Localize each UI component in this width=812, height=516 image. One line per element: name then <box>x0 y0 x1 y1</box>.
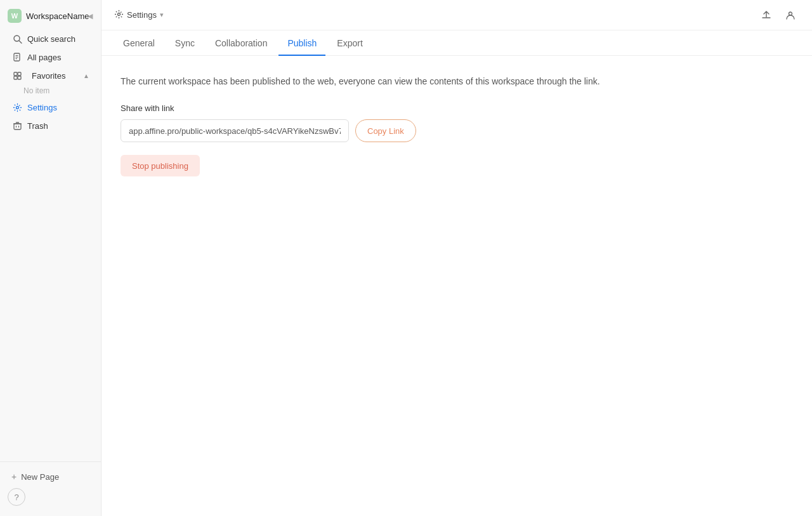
new-page-label: New Page <box>21 472 59 482</box>
share-link-input[interactable] <box>121 119 349 142</box>
topbar-right <box>757 6 799 24</box>
svg-point-17 <box>789 12 792 15</box>
plus-icon: + <box>11 472 16 482</box>
favorites-no-item: No item <box>0 85 101 98</box>
sidebar-item-quick-search[interactable]: Quick search <box>4 30 97 48</box>
svg-rect-7 <box>18 72 21 76</box>
settings-label: Settings <box>27 103 57 112</box>
svg-line-1 <box>19 41 22 43</box>
svg-point-10 <box>16 106 18 109</box>
publish-content: The current workspace has been published… <box>102 56 812 516</box>
favorites-chevron-icon: ▲ <box>83 72 89 79</box>
workspace-name: WorkspaceName <box>26 11 93 21</box>
settings-gear-button[interactable]: Settings ▾ <box>114 10 164 21</box>
user-avatar-button[interactable] <box>782 6 799 24</box>
new-page-button[interactable]: + New Page <box>4 468 97 486</box>
tab-collaboration[interactable]: Collaboration <box>206 30 277 56</box>
tab-export[interactable]: Export <box>328 30 371 56</box>
copy-link-button[interactable]: Copy Link <box>355 119 416 142</box>
sidebar-nav: Quick search All pages <box>0 27 101 461</box>
sidebar: W WorkspaceName ◀ Quick search <box>0 0 102 516</box>
tabs-bar: General Sync Collaboration Publish Expor… <box>102 30 812 56</box>
all-pages-label: All pages <box>27 53 61 62</box>
help-button[interactable]: ? <box>8 488 25 506</box>
settings-icon <box>11 102 23 113</box>
sidebar-item-settings[interactable]: Settings <box>4 98 97 116</box>
sidebar-item-all-pages[interactable]: All pages <box>4 48 97 66</box>
gear-icon <box>114 10 124 21</box>
main-content: Settings ▾ General Sync Collaboration <box>102 0 812 516</box>
svg-rect-11 <box>14 124 21 129</box>
workspace-header[interactable]: W WorkspaceName ◀ <box>0 5 101 27</box>
pages-icon <box>11 51 23 63</box>
tab-general[interactable]: General <box>114 30 164 56</box>
topbar-settings-label: Settings <box>127 10 157 20</box>
favorites-left: Favorites <box>11 70 65 81</box>
topbar-left: Settings ▾ <box>114 10 164 21</box>
trash-label: Trash <box>27 121 48 131</box>
share-section-label: Share with link <box>121 103 793 113</box>
svg-point-16 <box>118 13 121 15</box>
sidebar-bottom: + New Page ? <box>0 461 101 511</box>
svg-rect-8 <box>14 76 17 79</box>
workspace-avatar: W <box>8 9 22 23</box>
topbar: Settings ▾ <box>102 0 812 30</box>
upload-icon-button[interactable] <box>757 6 775 24</box>
info-text: The current workspace has been published… <box>121 75 793 88</box>
share-link-row: Copy Link <box>121 119 793 142</box>
topbar-chevron-icon: ▾ <box>160 11 164 19</box>
sidebar-item-favorites[interactable]: Favorites ▲ <box>4 67 97 84</box>
svg-rect-6 <box>14 72 17 76</box>
svg-rect-9 <box>18 76 21 79</box>
tab-sync[interactable]: Sync <box>166 30 204 56</box>
collapse-sidebar-button[interactable]: ◀ <box>84 10 96 22</box>
stop-publishing-button[interactable]: Stop publishing <box>121 155 200 176</box>
quick-search-label: Quick search <box>27 34 75 44</box>
trash-icon <box>11 120 23 131</box>
favorites-label: Favorites <box>32 71 65 81</box>
favorites-icon <box>11 70 23 81</box>
tab-publish[interactable]: Publish <box>278 30 325 56</box>
sidebar-item-trash[interactable]: Trash <box>4 117 97 135</box>
search-icon <box>11 33 23 44</box>
